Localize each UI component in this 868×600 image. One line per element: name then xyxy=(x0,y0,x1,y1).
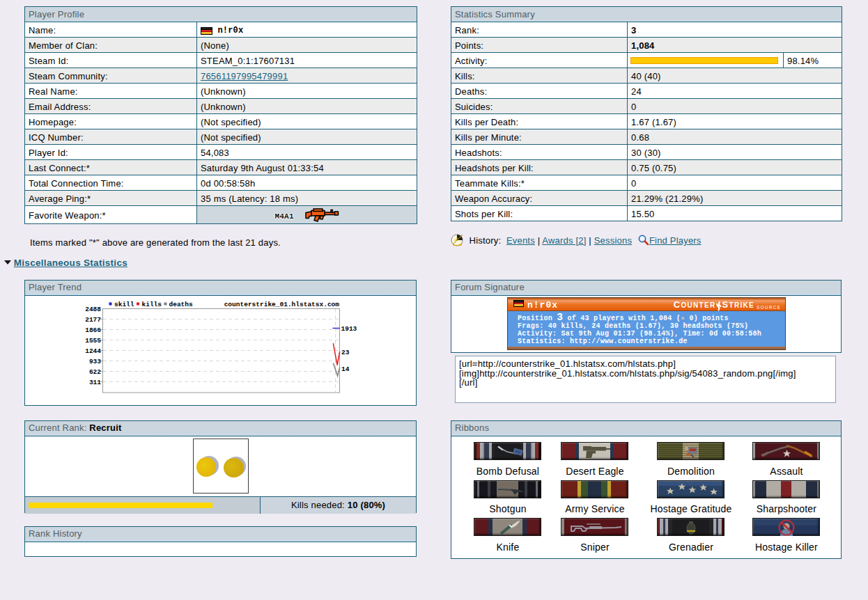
svg-text:933: 933 xyxy=(89,358,101,365)
svg-text:622: 622 xyxy=(89,368,101,376)
svg-text:skill: skill xyxy=(114,301,134,308)
svg-text:311: 311 xyxy=(89,379,101,386)
svg-text:14: 14 xyxy=(341,365,350,373)
svg-text:deaths: deaths xyxy=(169,301,194,308)
svg-text:2177: 2177 xyxy=(85,316,101,324)
svg-text:2488: 2488 xyxy=(85,306,101,313)
svg-text:1555: 1555 xyxy=(85,337,101,345)
svg-text:1244: 1244 xyxy=(85,347,101,355)
svg-text:kills: kills xyxy=(142,301,162,308)
svg-text:counterstrike_01.hlstatsx.com: counterstrike_01.hlstatsx.com xyxy=(224,301,340,308)
svg-text:23: 23 xyxy=(341,349,350,356)
svg-text:1866: 1866 xyxy=(85,326,101,334)
svg-text:1913: 1913 xyxy=(341,325,357,333)
